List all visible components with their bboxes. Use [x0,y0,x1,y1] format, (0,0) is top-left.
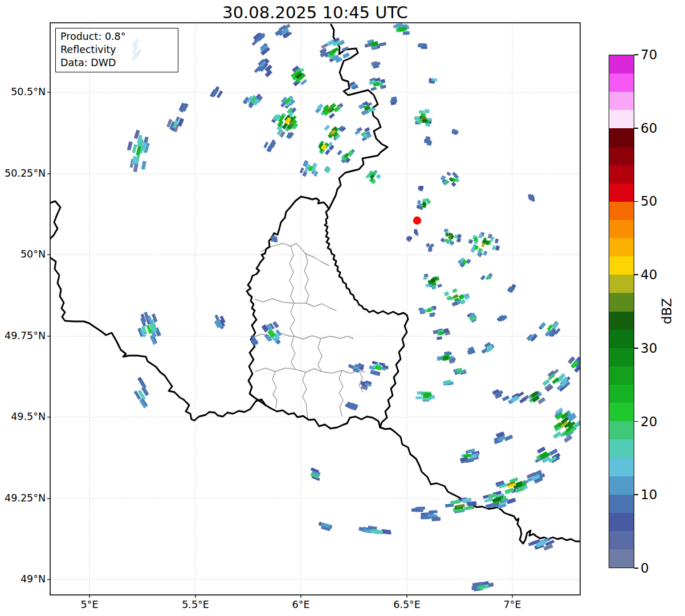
colorbar-tick-label: 0 [641,561,649,576]
colorbar-tick-label: 60 [641,121,657,136]
colorbar-tick-mark [634,568,638,569]
colorbar-tick-label: 20 [641,414,657,429]
x-tick-label: 5°E [81,599,99,610]
colorbar-segment [609,385,634,403]
y-tick-label: 50°N [0,248,46,260]
colorbar-segment [609,275,634,293]
colorbar-segment [609,421,634,439]
colorbar-segment [609,55,634,74]
y-tick-label: 49.25°N [0,492,46,504]
colorbar-segment [609,549,634,568]
colorbar-segment [609,74,634,92]
radar-figure: 30.08.2025 10:45 UTC Product: 0.8° Refle… [0,0,685,616]
colorbar-segment [609,238,634,256]
y-tick-label: 49°N [0,573,46,585]
colorbar-segment [609,110,634,128]
country-borders [50,25,580,544]
colorbar-segment [609,312,634,330]
colorbar-segment [609,92,634,110]
x-tick-label: 7°E [504,599,521,610]
y-tick-label: 50.25°N [0,168,46,179]
colorbar-tick-label: 10 [641,487,657,502]
colorbar-segment [609,476,634,495]
colorbar-tick-label: 50 [641,194,657,209]
colorbar-segment [609,458,634,476]
colorbar-segment [609,165,634,183]
radar-site-marker [413,217,421,225]
x-tick-label: 5.5°E [182,599,209,610]
colorbar-unit-label: dBZ [659,298,674,324]
colorbar-segment [609,256,634,275]
colorbar-tick-mark [634,201,638,202]
colorbar-segment [609,202,634,220]
data-source-label: Data: DWD [60,56,173,70]
colorbar-segment [609,531,634,549]
colorbar-tick-label: 30 [641,341,657,356]
colorbar-segment [609,495,634,513]
product-info-box: Product: 0.8° Reflectivity Data: DWD [55,28,178,72]
colorbar-tick-mark [634,274,638,275]
map-canvas [0,0,685,616]
product-label: Product: 0.8° Reflectivity [60,30,173,56]
y-tick-label: 49.75°N [0,330,46,341]
colorbar-segment [609,330,634,348]
colorbar-segment [609,439,634,458]
y-tick-label: 50.5°N [0,86,46,97]
colorbar-segment [609,403,634,421]
colorbar [609,55,634,568]
y-tick-label: 49.5°N [0,411,46,422]
colorbar-segment [609,348,634,366]
x-tick-label: 6°E [292,599,310,610]
colorbar-tick-mark [634,494,638,495]
colorbar-tick-mark [634,348,638,349]
x-tick-label: 6.5°E [393,599,421,610]
colorbar-segment [609,366,634,385]
colorbar-segment [609,220,634,238]
colorbar-segment [609,513,634,531]
colorbar-tick-mark [634,421,638,422]
colorbar-tick-label: 70 [641,47,657,62]
axis-tick-marks [47,92,512,598]
colorbar-tick-mark [634,128,638,129]
colorbar-segment [609,147,634,165]
colorbar-tick-label: 40 [641,267,657,282]
colorbar-segment [609,293,634,311]
colorbar-segment [609,128,634,146]
colorbar-tick-mark [634,54,638,55]
colorbar-segment [609,183,634,202]
